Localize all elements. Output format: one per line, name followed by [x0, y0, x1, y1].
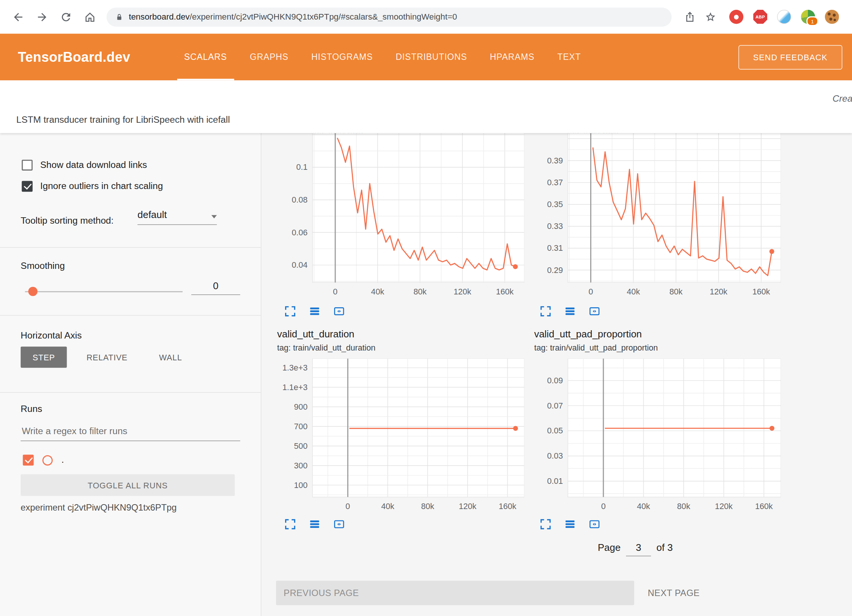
show-download-links-label: Show data download links — [40, 160, 147, 171]
fit-domain-icon[interactable] — [333, 305, 345, 317]
ignore-outliers-label: Ignore outliers in chart scaling — [40, 181, 163, 192]
main-nav: SCALARS GRAPHS HISTOGRAMS DISTRIBUTIONS … — [173, 34, 592, 80]
svg-text:0.09: 0.09 — [547, 376, 563, 385]
chart-bottom-right[interactable]: 0.010.030.050.070.09040k80k120k160k — [535, 358, 781, 513]
axis-step-button[interactable]: STEP — [21, 346, 67, 367]
svg-text:160k: 160k — [496, 287, 514, 296]
divider — [0, 247, 261, 247]
data-table-icon[interactable] — [308, 518, 321, 530]
svg-text:80k: 80k — [669, 287, 683, 296]
back-icon[interactable] — [9, 8, 27, 26]
tooltip-sorting-select[interactable]: default — [137, 209, 217, 225]
chart-tag: tag: train/valid_utt_pad_proportion — [534, 343, 658, 352]
next-page-button[interactable]: NEXT PAGE — [648, 581, 700, 605]
lock-icon — [115, 12, 124, 21]
run-checkbox[interactable] — [23, 455, 34, 466]
svg-text:500: 500 — [294, 441, 307, 451]
fullscreen-icon[interactable] — [540, 305, 552, 317]
forward-icon[interactable] — [33, 8, 51, 26]
svg-text:100: 100 — [294, 480, 307, 490]
tab-histograms[interactable]: HISTOGRAMS — [300, 34, 384, 80]
chart-bottom-left[interactable]: 1003005007009001.1e+31.3e+3040k80k120k16… — [280, 358, 524, 513]
extension-cookie-icon[interactable] — [825, 10, 839, 24]
share-icon[interactable] — [680, 8, 699, 26]
svg-text:40k: 40k — [627, 287, 640, 296]
fullscreen-icon[interactable] — [284, 305, 296, 317]
chart-tag: tag: train/valid_utt_duration — [277, 343, 376, 352]
ignore-outliers-checkbox[interactable] — [22, 181, 33, 192]
axis-relative-button[interactable]: RELATIVE — [75, 346, 139, 367]
tab-scalars[interactable]: SCALARS — [173, 34, 238, 80]
svg-text:0.35: 0.35 — [547, 200, 563, 209]
svg-text:0: 0 — [345, 502, 350, 511]
data-table-icon[interactable] — [308, 305, 321, 317]
ignore-outliers-row: Ignore outliers in chart scaling — [22, 181, 163, 192]
page-of-label: of 3 — [657, 542, 673, 553]
fullscreen-icon[interactable] — [284, 518, 296, 530]
star-icon[interactable] — [701, 8, 719, 26]
smoothing-slider-thumb[interactable] — [28, 287, 38, 296]
chart-title: valid_utt_duration — [277, 329, 354, 340]
home-icon[interactable] — [81, 8, 99, 26]
data-table-icon[interactable] — [564, 518, 576, 530]
axis-wall-button[interactable]: WALL — [147, 346, 194, 367]
clipped-created-text: Crea — [832, 93, 852, 104]
svg-text:0: 0 — [588, 287, 593, 296]
tab-graphs[interactable]: GRAPHS — [238, 34, 300, 80]
fit-domain-icon[interactable] — [333, 518, 345, 530]
url-domain: tensorboard.dev — [129, 12, 190, 21]
chart-top-right[interactable]: 0.290.310.330.350.370.39040k80k120k160k — [535, 133, 781, 299]
tab-distributions[interactable]: DISTRIBUTIONS — [384, 34, 478, 80]
svg-text:160k: 160k — [755, 502, 773, 511]
run-color-swatch — [43, 455, 53, 465]
extension-abp-icon[interactable]: ABP — [753, 10, 768, 24]
svg-text:80k: 80k — [677, 502, 690, 511]
charts-area: tag: train/valid_ tag: train/valid_ 0.04… — [261, 133, 852, 616]
chevron-down-icon — [211, 215, 217, 218]
svg-text:0.04: 0.04 — [292, 260, 307, 270]
abp-label: ABP — [756, 14, 765, 19]
runs-label: Runs — [21, 404, 42, 415]
svg-text:1.1e+3: 1.1e+3 — [282, 383, 308, 392]
experiment-title: LSTM transducer training for LibriSpeech… — [16, 114, 230, 125]
page-number-input[interactable] — [626, 541, 651, 556]
tab-hparams[interactable]: HPARAMS — [478, 34, 546, 80]
pagination: Page of 3 — [598, 541, 673, 556]
svg-text:0: 0 — [333, 287, 337, 296]
extension-blue-icon[interactable] — [777, 10, 791, 24]
reload-icon[interactable] — [56, 8, 75, 26]
extension-badge: 1 — [806, 16, 818, 26]
svg-text:0.1: 0.1 — [296, 162, 308, 172]
smoothing-value-input[interactable] — [191, 280, 240, 295]
smoothing-slider-track[interactable] — [25, 291, 182, 292]
tab-text[interactable]: TEXT — [546, 34, 592, 80]
svg-text:0.37: 0.37 — [547, 178, 563, 187]
data-table-icon[interactable] — [564, 305, 576, 317]
previous-page-button[interactable]: PREVIOUS PAGE — [276, 581, 634, 605]
chart-toolbar — [284, 518, 345, 530]
fit-domain-icon[interactable] — [588, 305, 600, 317]
run-row: . — [23, 455, 64, 466]
runs-filter-input[interactable] — [21, 425, 240, 441]
horizontal-axis-buttons: STEP RELATIVE WALL — [21, 346, 194, 367]
toggle-all-runs-button[interactable]: TOGGLE ALL RUNS — [21, 474, 235, 496]
tooltip-sorting-value: default — [137, 209, 167, 220]
smoothing-label: Smoothing — [21, 261, 65, 271]
show-download-links-row: Show data download links — [22, 160, 147, 171]
svg-text:0.29: 0.29 — [547, 265, 563, 275]
url-bar[interactable]: tensorboard.dev/experiment/cj2vtPiwQHKN9… — [107, 7, 672, 26]
chart-top-left[interactable]: 0.040.060.080.1040k80k120k160k — [280, 133, 524, 299]
fit-domain-icon[interactable] — [588, 518, 600, 530]
extension-avatar-icon[interactable]: 1 — [801, 10, 815, 24]
page: tensorboard.dev/experiment/cj2vtPiwQHKN9… — [0, 0, 852, 616]
show-download-links-checkbox[interactable] — [22, 160, 33, 171]
svg-text:0.07: 0.07 — [547, 401, 563, 410]
svg-text:80k: 80k — [414, 287, 427, 296]
page-label: Page — [598, 542, 621, 553]
send-feedback-button[interactable]: SEND FEEDBACK — [738, 45, 842, 69]
tooltip-sorting-label: Tooltip sorting method: — [21, 216, 114, 227]
extension-adblock-icon[interactable] — [729, 10, 744, 24]
fullscreen-icon[interactable] — [540, 518, 552, 530]
svg-text:0.39: 0.39 — [547, 156, 563, 165]
svg-text:900: 900 — [294, 402, 307, 412]
